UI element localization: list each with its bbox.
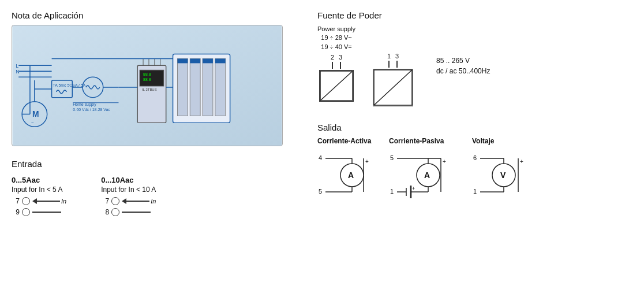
entrada-title: Entrada <box>12 159 294 169</box>
input-label-5a: Input for In < 5 A <box>12 186 66 194</box>
circuit-pasiva: 5 1 + <box>389 149 458 206</box>
term-num-9: 9 <box>12 208 20 216</box>
output-block-corriente-activa: Corriente-Activa 4 5 A + <box>317 137 375 206</box>
input-label-10a: Input for In < 10 A <box>101 186 156 194</box>
svg-text:+: + <box>443 158 446 165</box>
output-type-activa: Corriente-Activa <box>317 137 375 145</box>
svg-text:1: 1 <box>390 188 394 195</box>
line-8b <box>122 212 151 213</box>
svg-rect-28 <box>203 58 213 63</box>
range-10a: 0...10Aac <box>101 176 156 184</box>
circuit-activa: 4 5 A + <box>317 149 375 206</box>
svg-rect-26 <box>177 58 188 63</box>
salida-row: Corriente-Activa 4 5 A + <box>317 137 632 206</box>
circuit-voltaje: 6 1 V + <box>472 149 530 206</box>
line-9 <box>32 212 61 213</box>
svg-rect-24 <box>203 58 213 116</box>
ps-terminals-high: 1 3 <box>387 53 399 68</box>
transformer-low <box>319 70 354 102</box>
in-label-7b: In <box>151 198 156 205</box>
svg-text:5: 5 <box>319 188 322 195</box>
terminal-8b: 8 <box>101 208 156 216</box>
terminal-7: 7 In <box>12 197 66 205</box>
svg-rect-23 <box>190 58 200 116</box>
range-5a: 0...5Aac <box>12 176 66 184</box>
svg-text:5: 5 <box>390 154 394 161</box>
ps-pin-3b <box>396 61 398 68</box>
svg-text:88.8: 88.8 <box>143 77 151 81</box>
svg-text:88.8: 88.8 <box>143 72 151 76</box>
svg-text:+: + <box>412 186 415 191</box>
circle-term-9 <box>22 208 30 216</box>
input-block-10a: 0...10Aac Input for In < 10 A 7 In <box>101 176 156 219</box>
output-type-voltaje: Voltaje <box>472 137 530 145</box>
ps-label-main: Power supply 19 ÷ 28 V~ 19 ÷ 40 V= <box>317 25 355 51</box>
output-block-corriente-pasiva: Corriente-Pasiva 5 1 + <box>389 137 458 206</box>
svg-text:A: A <box>348 171 354 180</box>
svg-rect-22 <box>177 58 188 116</box>
power-supply-low: Power supply 19 ÷ 28 V~ 19 ÷ 40 V= 2 3 <box>317 25 355 102</box>
svg-text:1: 1 <box>473 188 477 195</box>
svg-text:4: 4 <box>319 154 322 161</box>
power-supply-high: 1 3 <box>373 25 413 106</box>
circle-term-7 <box>22 197 30 205</box>
salida-title: Salida <box>317 123 632 132</box>
voltage-label: 85 .. 265 Vdc / ac 50..400Hz <box>436 55 490 76</box>
circle-term-7b <box>111 197 119 205</box>
term-num-7: 7 <box>12 197 20 205</box>
line-7 <box>37 201 60 202</box>
svg-text:~: ~ <box>31 120 34 125</box>
transformer-high <box>373 69 413 106</box>
ps-pin-1 <box>388 61 390 68</box>
svg-text:N: N <box>16 69 19 75</box>
circle-term-8b <box>111 208 119 216</box>
svg-text:TA 5mc 5CSA / 5A: TA 5mc 5CSA / 5A <box>53 83 86 87</box>
svg-text:6: 6 <box>473 154 477 161</box>
svg-text:V: V <box>500 171 506 180</box>
svg-text:0-60 Vdc / 18-28 Vac: 0-60 Vdc / 18-28 Vac <box>73 108 110 112</box>
output-block-voltaje: Voltaje 6 1 V + <box>472 137 530 206</box>
ps-term-num-1: 1 <box>387 53 391 60</box>
svg-text:L: L <box>16 63 18 69</box>
salida-section: Salida Corriente-Activa 4 5 <box>317 123 632 206</box>
app-note-diagram: M ~ TA 5mc 5CSA / 5A L N <box>12 25 283 146</box>
terminal-9: 9 <box>12 208 66 216</box>
app-note-title: Nota de Aplicación <box>12 10 294 20</box>
in-label-7: In <box>61 198 66 205</box>
terminal-7b: 7 In <box>101 197 156 205</box>
arrow-7b <box>122 198 126 204</box>
fuente-title: Fuente de Poder <box>317 10 632 20</box>
ps-pin-3a <box>340 62 341 69</box>
svg-rect-29 <box>215 58 226 63</box>
output-type-pasiva: Corriente-Pasiva <box>389 137 458 145</box>
svg-text:M: M <box>32 109 39 118</box>
svg-text:A: A <box>424 171 430 180</box>
ps-term-num-3b: 3 <box>395 53 399 60</box>
ps-term-num-2: 2 <box>331 54 334 61</box>
svg-rect-25 <box>215 58 226 116</box>
input-block-5a: 0...5Aac Input for In < 5 A 7 In <box>12 176 66 219</box>
line-7b <box>126 201 149 202</box>
entrada-section: Entrada 0...5Aac Input for In < 5 A 7 In <box>12 159 294 219</box>
arrow-7 <box>32 198 37 204</box>
ps-terminals-low: 2 3 <box>331 54 342 69</box>
ps-pin-2 <box>332 62 333 69</box>
term-num-7b: 7 <box>101 197 109 205</box>
svg-text:IL 2TBUS: IL 2TBUS <box>142 88 157 91</box>
svg-rect-27 <box>190 58 200 63</box>
svg-text:+: + <box>520 158 523 165</box>
term-num-8b: 8 <box>101 208 109 216</box>
ps-term-num-3a: 3 <box>339 54 342 61</box>
svg-text:+: + <box>365 158 369 165</box>
fuente-section: Fuente de Poder Power supply 19 ÷ 28 V~ … <box>317 10 632 106</box>
